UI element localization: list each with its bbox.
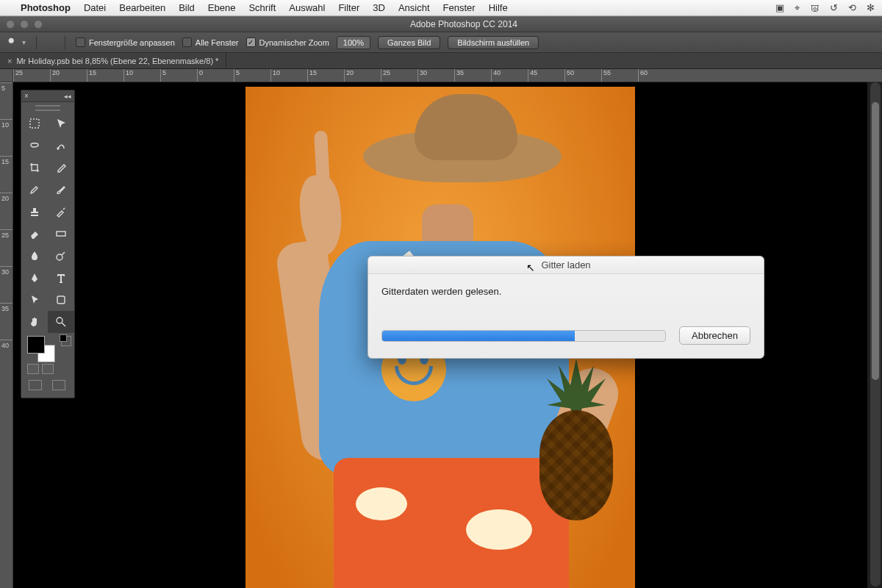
svg-point-13 <box>57 254 62 260</box>
fill-screen-button[interactable]: Bildschirm ausfüllen <box>448 36 539 49</box>
foreground-color[interactable] <box>27 336 45 354</box>
tool-eyedropper[interactable] <box>48 157 74 179</box>
menu-ebene[interactable]: Ebene <box>208 2 236 13</box>
tool-lasso[interactable] <box>21 135 48 157</box>
svg-line-1 <box>13 42 16 45</box>
status-dropbox-icon[interactable]: ⩐ <box>810 2 820 14</box>
tool-history-brush[interactable] <box>48 201 74 223</box>
tool-crop[interactable] <box>21 157 48 179</box>
progress-fill <box>382 331 575 341</box>
tools-panel: × ◂◂ <box>21 90 75 398</box>
status-menu-icon[interactable]: ✻ <box>867 2 875 14</box>
dialog-message: Gitterdaten werden gelesen. <box>381 286 750 297</box>
default-colors-icon[interactable] <box>61 336 71 346</box>
menu-filter[interactable]: Filter <box>338 2 359 13</box>
svg-point-16 <box>57 318 62 323</box>
status-timemachine-icon[interactable]: ⟲ <box>848 2 856 14</box>
window-close-button[interactable] <box>6 20 15 29</box>
menu-bild[interactable]: Bild <box>179 2 195 13</box>
progress-dialog: Gitter laden Gitterdaten werden gelesen.… <box>368 256 764 359</box>
progress-bar <box>381 330 666 342</box>
tool-move[interactable] <box>48 112 74 135</box>
svg-point-0 <box>9 37 14 43</box>
svg-line-14 <box>62 252 65 255</box>
all-windows-checkbox[interactable]: Alle Fenster <box>182 37 239 47</box>
status-sync-icon[interactable]: ↺ <box>830 2 838 14</box>
ruler-origin[interactable] <box>0 69 13 82</box>
window-titlebar: Adobe Photoshop CC 2014 <box>0 16 882 32</box>
tool-stamp[interactable] <box>21 201 48 223</box>
document-tab-label: Mr Holiday.psb bei 8,85% (Ebene 22, Eben… <box>16 57 218 65</box>
fit-window-label: Fenstergröße anpassen <box>89 38 175 47</box>
tool-type[interactable] <box>48 267 74 289</box>
window-minimize-button[interactable] <box>20 20 29 29</box>
fit-window-checkbox[interactable]: Fenstergröße anpassen <box>76 37 175 47</box>
tool-blur[interactable] <box>21 245 48 267</box>
document-tab-bar: × Mr Holiday.psb bei 8,85% (Ebene 22, Eb… <box>0 53 882 69</box>
quickmask-toggle[interactable] <box>21 361 74 377</box>
tool-healing[interactable] <box>21 179 48 201</box>
svg-rect-15 <box>57 296 65 304</box>
tool-dodge[interactable] <box>48 245 74 267</box>
svg-rect-11 <box>31 215 38 216</box>
screenmode-full[interactable] <box>52 380 65 390</box>
tool-eraser[interactable] <box>21 223 48 245</box>
tool-brush[interactable] <box>48 179 74 201</box>
vertical-scrollbar[interactable] <box>870 82 881 587</box>
all-windows-label: Alle Fenster <box>196 38 239 47</box>
screenmode-standard[interactable] <box>29 380 42 390</box>
svg-rect-12 <box>57 232 65 236</box>
zoom-tool-icon[interactable] <box>7 37 18 49</box>
dynamic-zoom-checkbox[interactable]: ✓Dynamischer Zoom <box>246 37 329 47</box>
ruler-vertical[interactable]: 510 1520 2530 3540 <box>0 82 13 588</box>
window-zoom-button[interactable] <box>34 20 43 29</box>
fit-screen-button[interactable]: Ganzes Bild <box>378 36 440 49</box>
color-swatches[interactable] <box>21 333 74 361</box>
menu-hilfe[interactable]: Hilfe <box>489 2 508 13</box>
tools-collapse-icon[interactable]: ◂◂ <box>64 93 71 100</box>
cancel-button[interactable]: Abbrechen <box>679 326 750 345</box>
menu-3d[interactable]: 3D <box>373 2 385 13</box>
status-cc-icon[interactable]: ▣ <box>775 2 784 14</box>
workspace: 2520 1510 50 510 1520 2530 3540 4550 556… <box>0 69 882 588</box>
tool-path-select[interactable] <box>21 289 48 311</box>
document-tab[interactable]: × Mr Holiday.psb bei 8,85% (Ebene 22, Eb… <box>0 53 226 68</box>
menu-schrift[interactable]: Schrift <box>248 2 276 13</box>
menu-datei[interactable]: Datei <box>84 2 106 13</box>
tool-gradient[interactable] <box>48 223 74 245</box>
mac-menubar: Photoshop Datei Bearbeiten Bild Ebene Sc… <box>0 0 882 16</box>
svg-rect-9 <box>30 119 39 128</box>
scrollbar-thumb[interactable] <box>872 102 879 379</box>
menu-bearbeiten[interactable]: Bearbeiten <box>119 2 165 13</box>
tab-close-icon[interactable]: × <box>7 57 12 65</box>
tool-quick-select[interactable] <box>48 135 74 157</box>
tool-shape[interactable] <box>48 289 74 311</box>
menu-fenster[interactable]: Fenster <box>443 2 476 13</box>
tool-marquee[interactable] <box>21 112 48 135</box>
window-title: Adobe Photoshop CC 2014 <box>51 19 876 29</box>
tool-pen[interactable] <box>21 267 48 289</box>
svg-line-17 <box>62 323 65 326</box>
tools-grip[interactable] <box>35 105 60 111</box>
ruler-horizontal[interactable]: 2520 1510 50 510 1520 2530 3540 4550 556… <box>0 69 882 82</box>
tool-zoom[interactable] <box>48 311 74 333</box>
tools-close-icon[interactable]: × <box>24 92 29 100</box>
menubar-app-name[interactable]: Photoshop <box>21 2 71 13</box>
tool-preset-dropdown[interactable]: ▾ <box>22 38 26 46</box>
tool-hand[interactable] <box>21 311 48 333</box>
zoom-level-field[interactable]: 100% <box>337 36 370 49</box>
status-tool-icon[interactable]: ⌖ <box>795 2 800 14</box>
menu-ansicht[interactable]: Ansicht <box>398 2 430 13</box>
dialog-title: Gitter laden <box>368 257 764 274</box>
menu-auswahl[interactable]: Auswahl <box>289 2 325 13</box>
dynamic-zoom-label: Dynamischer Zoom <box>259 38 329 47</box>
options-bar: ▾ Fenstergröße anpassen Alle Fenster ✓Dy… <box>0 32 882 53</box>
